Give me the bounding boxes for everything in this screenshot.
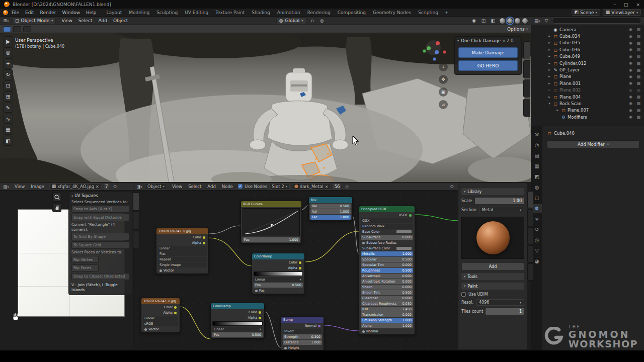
properties-tab[interactable]: ▤ bbox=[532, 151, 542, 160]
workspace-tab[interactable]: Modeling bbox=[125, 10, 153, 16]
node-row[interactable]: Normal bbox=[283, 323, 322, 328]
fake-user-shield-icon[interactable]: ◇ bbox=[343, 184, 350, 189]
select-mode-icon[interactable] bbox=[13, 26, 21, 32]
outliner-row[interactable]: ▸ ◻ Plane ◉ ▦ bbox=[545, 73, 644, 80]
axis-z-icon[interactable] bbox=[435, 50, 439, 54]
menubar-menu[interactable]: File bbox=[9, 10, 22, 16]
node-row[interactable]: Subsurface0.000 bbox=[361, 235, 413, 240]
node-row[interactable]: Strength0.300 bbox=[283, 334, 322, 339]
disable-render-icon[interactable]: ▦ bbox=[635, 41, 642, 45]
object-name[interactable]: Plane.001 bbox=[559, 81, 581, 86]
node-row[interactable]: GGX bbox=[361, 218, 413, 223]
outliner-row[interactable]: ▸ ◻ Cube.036 ◉ ▦ bbox=[545, 46, 644, 53]
node-row[interactable]: Clearcoat Roughness0.030 bbox=[361, 301, 413, 306]
curve-widget[interactable] bbox=[243, 208, 300, 236]
hide-viewport-icon[interactable]: ◉ bbox=[627, 95, 634, 99]
sidebar-tab[interactable] bbox=[527, 245, 533, 262]
disable-render-icon[interactable]: ▦ bbox=[635, 68, 642, 72]
node-row[interactable]: Anisotropic0.000 bbox=[361, 274, 413, 279]
sidebar-tab[interactable] bbox=[527, 191, 533, 208]
node-row[interactable]: Random Walk bbox=[361, 224, 413, 229]
node-row[interactable]: Alpha bbox=[212, 315, 263, 320]
node-row[interactable]: Roughness0.500 bbox=[361, 268, 413, 273]
blender-logo-icon[interactable] bbox=[4, 2, 10, 7]
axis-x-icon[interactable] bbox=[436, 41, 440, 45]
hide-viewport-icon[interactable]: ◉ bbox=[627, 41, 634, 45]
frame-number[interactable]: 7 bbox=[104, 184, 109, 190]
disable-render-icon[interactable]: ▦ bbox=[635, 81, 642, 85]
outliner-row[interactable]: ▾ ◻ Rock Scan ◉ ▦ bbox=[545, 100, 644, 107]
hide-viewport-icon[interactable]: ◉ bbox=[627, 81, 634, 85]
sidebar-tab[interactable] bbox=[523, 99, 530, 117]
colorramp-node[interactable]: ColorRamp Color Alpha Linear▾ Pos0.500 F… bbox=[252, 253, 305, 294]
overlays-icon[interactable]: ◫ bbox=[480, 18, 487, 23]
panel-collapse-icon[interactable]: ▾ bbox=[71, 194, 73, 198]
properties-tab[interactable]: ▦ bbox=[532, 162, 542, 170]
expand-icon[interactable]: ▸ bbox=[547, 81, 551, 85]
outliner-row[interactable]: ▸ ◻ Cube.034 ◉ ▦ bbox=[545, 33, 644, 39]
colorramp-gradient[interactable] bbox=[254, 272, 303, 276]
show-gizmo-icon[interactable]: ◉ bbox=[470, 18, 477, 23]
hide-viewport-icon[interactable]: ◉ bbox=[627, 34, 634, 39]
tools-section-header[interactable]: ▾Tools bbox=[461, 273, 524, 280]
uv-editor-menu[interactable]: Image bbox=[28, 184, 47, 190]
node-row[interactable]: Pos0.500 bbox=[254, 283, 303, 288]
uv-squares-item[interactable]: Convert "Rectangle" (4 corners): bbox=[71, 222, 129, 232]
expand-icon[interactable]: ▸ bbox=[547, 41, 551, 45]
sidebar-tab[interactable] bbox=[527, 227, 533, 244]
object-name[interactable]: Cube.036 bbox=[559, 47, 580, 52]
3d-viewport[interactable]: User Perspective (178) botany | Cube.040… bbox=[0, 33, 531, 182]
proportional-editing-icon[interactable]: ◎ bbox=[318, 18, 326, 23]
mode-selector[interactable]: ◻Object Mode▾ bbox=[12, 17, 56, 24]
expand-icon[interactable]: ▸ bbox=[547, 74, 551, 78]
expand-icon[interactable]: ▸ bbox=[547, 48, 551, 52]
node-row[interactable]: sRGB bbox=[143, 321, 178, 326]
shader-editor-menu[interactable]: Select bbox=[185, 184, 204, 190]
viewport-menu[interactable]: Select bbox=[75, 18, 96, 24]
mix-node[interactable]: Mix Val0.500Val1.000Fac1.000 bbox=[308, 197, 353, 221]
outliner-editor-icon[interactable]: ▤▾ bbox=[534, 18, 541, 23]
outliner-row[interactable]: ▸ ◻ Plane.007 ◉ ▦ bbox=[545, 107, 644, 114]
colorramp-node[interactable]: ColorRamp Color Alpha Linear▾ Pos0.500 bbox=[210, 303, 265, 338]
viewport-tool-button[interactable]: ▦ bbox=[3, 125, 13, 135]
go-hero-button[interactable]: GO HERO bbox=[458, 60, 518, 71]
sidebar-tab[interactable] bbox=[523, 60, 530, 78]
properties-tab[interactable]: ◍ bbox=[532, 183, 542, 192]
viewlayer-selector[interactable]: ▦ViewLayer▾ bbox=[603, 9, 641, 16]
node-row[interactable]: Base Color bbox=[361, 229, 413, 234]
xray-icon[interactable]: ◧ bbox=[490, 18, 497, 23]
sidebar-tab[interactable] bbox=[133, 212, 140, 230]
solid-shading-icon[interactable] bbox=[507, 18, 513, 24]
node-row[interactable]: Specular Tint0.000 bbox=[361, 262, 413, 267]
node-row[interactable]: Pos0.500 bbox=[212, 332, 263, 337]
node-row[interactable]: Invert bbox=[283, 329, 322, 334]
node-row[interactable]: Color bbox=[158, 235, 207, 240]
viewport-tool-button[interactable]: ✎ bbox=[3, 103, 13, 113]
node-row[interactable]: Transmission0.000 bbox=[361, 312, 413, 317]
expand-icon[interactable]: ▸ bbox=[555, 108, 559, 112]
image-texture-node[interactable]: 18970326242_x.jpg ColorAlphaLinearsRGBVe… bbox=[141, 298, 180, 333]
hide-viewport-icon[interactable]: ◉ bbox=[627, 61, 634, 65]
principled-bsdf-node[interactable]: Principled BSDF BSDFGGXRandom WalkBase C… bbox=[359, 206, 415, 335]
workspace-tab[interactable]: Sculpting bbox=[153, 10, 181, 16]
outliner-row[interactable]: ▸ ◻ Cube.049 ◉ ▦ bbox=[545, 53, 644, 60]
node-row[interactable]: Alpha bbox=[254, 265, 303, 270]
node-row[interactable]: Metallic1.000 bbox=[361, 251, 413, 256]
node-row[interactable]: Anisotropic Rotation0.000 bbox=[361, 279, 413, 284]
expand-icon[interactable]: ▾ bbox=[547, 102, 551, 106]
expand-icon[interactable]: ▸ bbox=[547, 54, 551, 58]
tiles-count-field[interactable]: 1 bbox=[486, 308, 524, 315]
pin-icon[interactable]: ⊙ bbox=[111, 184, 118, 189]
scale-slider[interactable]: 1.00 bbox=[475, 198, 524, 204]
library-section-header[interactable]: ▾Library bbox=[461, 188, 524, 195]
object-name[interactable]: Cube.035 bbox=[559, 40, 580, 45]
unlink-material-icon[interactable]: × bbox=[325, 184, 329, 189]
node-graph[interactable]: 18970326242_x.jpg ColorAlphaLinearFlatRe… bbox=[133, 191, 458, 350]
expand-icon[interactable]: ▸ bbox=[547, 88, 551, 92]
node-row[interactable]: Flat bbox=[158, 251, 207, 256]
viewport-menu[interactable]: View bbox=[58, 18, 75, 24]
shader-editor-menu[interactable]: Add bbox=[204, 184, 218, 190]
select-circle-icon[interactable] bbox=[23, 26, 31, 32]
properties-tab[interactable]: ◻ bbox=[532, 194, 542, 202]
blender-menu-icon[interactable] bbox=[3, 10, 8, 15]
